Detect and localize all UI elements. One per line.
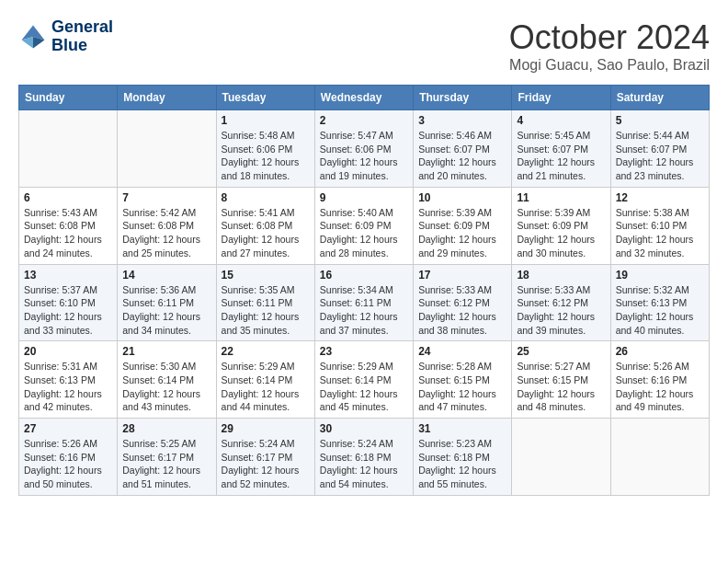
calendar-cell: 21Sunrise: 5:30 AMSunset: 6:14 PMDayligh… <box>118 341 216 419</box>
calendar-cell: 27Sunrise: 5:26 AMSunset: 6:16 PMDayligh… <box>19 419 118 496</box>
calendar-cell: 30Sunrise: 5:24 AMSunset: 6:18 PMDayligh… <box>314 419 413 496</box>
location: Mogi Guacu, Sao Paulo, Brazil <box>509 57 710 74</box>
calendar-cell: 11Sunrise: 5:39 AMSunset: 6:09 PMDayligh… <box>512 187 610 264</box>
day-info: Sunrise: 5:47 AMSunset: 6:06 PMDaylight:… <box>320 129 408 183</box>
calendar-cell: 15Sunrise: 5:35 AMSunset: 6:11 PMDayligh… <box>216 264 314 341</box>
calendar-cell: 22Sunrise: 5:29 AMSunset: 6:14 PMDayligh… <box>216 341 314 419</box>
day-number: 30 <box>320 422 408 435</box>
calendar-cell <box>118 110 216 188</box>
day-number: 31 <box>418 422 506 435</box>
day-info: Sunrise: 5:27 AMSunset: 6:15 PMDaylight:… <box>517 360 605 414</box>
day-number: 6 <box>24 191 112 204</box>
day-info: Sunrise: 5:24 AMSunset: 6:18 PMDaylight:… <box>320 437 408 491</box>
logo-text: General Blue <box>51 18 113 55</box>
calendar-cell <box>512 419 610 496</box>
day-number: 15 <box>222 269 310 282</box>
calendar-cell: 14Sunrise: 5:36 AMSunset: 6:11 PMDayligh… <box>118 264 216 341</box>
day-number: 1 <box>222 114 310 127</box>
calendar-cell: 5Sunrise: 5:44 AMSunset: 6:07 PMDaylight… <box>610 110 709 188</box>
col-header-thursday: Thursday <box>414 86 512 110</box>
day-number: 21 <box>122 345 210 358</box>
day-number: 20 <box>24 345 112 358</box>
day-number: 29 <box>222 422 310 435</box>
day-number: 27 <box>24 422 112 435</box>
day-info: Sunrise: 5:32 AMSunset: 6:13 PMDaylight:… <box>616 283 704 338</box>
day-info: Sunrise: 5:37 AMSunset: 6:10 PMDaylight:… <box>24 283 112 338</box>
day-number: 26 <box>616 345 704 358</box>
day-number: 10 <box>418 191 506 204</box>
week-row-4: 20Sunrise: 5:31 AMSunset: 6:13 PMDayligh… <box>19 341 710 419</box>
day-number: 13 <box>24 269 112 282</box>
day-info: Sunrise: 5:28 AMSunset: 6:15 PMDaylight:… <box>418 360 506 414</box>
day-info: Sunrise: 5:35 AMSunset: 6:11 PMDaylight:… <box>222 283 310 338</box>
day-number: 8 <box>222 191 310 204</box>
week-row-2: 6Sunrise: 5:43 AMSunset: 6:08 PMDaylight… <box>19 187 710 264</box>
week-row-1: 1Sunrise: 5:48 AMSunset: 6:06 PMDaylight… <box>19 110 710 188</box>
day-number: 16 <box>320 269 408 282</box>
calendar-cell: 1Sunrise: 5:48 AMSunset: 6:06 PMDaylight… <box>216 110 314 188</box>
calendar-cell: 10Sunrise: 5:39 AMSunset: 6:09 PMDayligh… <box>414 187 512 264</box>
month-title: October 2024 <box>509 18 710 57</box>
day-number: 4 <box>517 114 605 127</box>
calendar-cell: 24Sunrise: 5:28 AMSunset: 6:15 PMDayligh… <box>414 341 512 419</box>
day-number: 9 <box>320 191 408 204</box>
day-info: Sunrise: 5:30 AMSunset: 6:14 PMDaylight:… <box>122 360 210 414</box>
day-info: Sunrise: 5:26 AMSunset: 6:16 PMDaylight:… <box>616 360 704 414</box>
calendar-cell: 17Sunrise: 5:33 AMSunset: 6:12 PMDayligh… <box>414 264 512 341</box>
day-number: 19 <box>616 269 704 282</box>
day-number: 18 <box>517 269 605 282</box>
day-info: Sunrise: 5:48 AMSunset: 6:06 PMDaylight:… <box>222 129 310 183</box>
col-header-wednesday: Wednesday <box>314 86 413 110</box>
logo-icon <box>18 22 48 52</box>
day-info: Sunrise: 5:41 AMSunset: 6:08 PMDaylight:… <box>222 206 310 260</box>
title-block: October 2024 Mogi Guacu, Sao Paulo, Braz… <box>509 18 710 74</box>
day-info: Sunrise: 5:38 AMSunset: 6:10 PMDaylight:… <box>616 206 704 260</box>
calendar-cell: 16Sunrise: 5:34 AMSunset: 6:11 PMDayligh… <box>314 264 413 341</box>
day-number: 28 <box>122 422 210 435</box>
day-info: Sunrise: 5:29 AMSunset: 6:14 PMDaylight:… <box>320 360 408 414</box>
day-number: 5 <box>616 114 704 127</box>
calendar-cell: 7Sunrise: 5:42 AMSunset: 6:08 PMDaylight… <box>118 187 216 264</box>
day-info: Sunrise: 5:42 AMSunset: 6:08 PMDaylight:… <box>122 206 210 260</box>
col-header-sunday: Sunday <box>19 86 118 110</box>
calendar-cell: 2Sunrise: 5:47 AMSunset: 6:06 PMDaylight… <box>314 110 413 188</box>
day-info: Sunrise: 5:33 AMSunset: 6:12 PMDaylight:… <box>517 283 605 338</box>
day-info: Sunrise: 5:31 AMSunset: 6:13 PMDaylight:… <box>24 360 112 414</box>
day-info: Sunrise: 5:34 AMSunset: 6:11 PMDaylight:… <box>320 283 408 338</box>
calendar-cell: 28Sunrise: 5:25 AMSunset: 6:17 PMDayligh… <box>118 419 216 496</box>
calendar-cell: 29Sunrise: 5:24 AMSunset: 6:17 PMDayligh… <box>216 419 314 496</box>
day-number: 12 <box>616 191 704 204</box>
week-row-5: 27Sunrise: 5:26 AMSunset: 6:16 PMDayligh… <box>19 419 710 496</box>
day-number: 3 <box>418 114 506 127</box>
calendar-cell: 9Sunrise: 5:40 AMSunset: 6:09 PMDaylight… <box>314 187 413 264</box>
calendar-cell <box>19 110 118 188</box>
day-info: Sunrise: 5:33 AMSunset: 6:12 PMDaylight:… <box>418 283 506 338</box>
day-number: 7 <box>122 191 210 204</box>
calendar-cell: 13Sunrise: 5:37 AMSunset: 6:10 PMDayligh… <box>19 264 118 341</box>
calendar-cell: 25Sunrise: 5:27 AMSunset: 6:15 PMDayligh… <box>512 341 610 419</box>
header-row: SundayMondayTuesdayWednesdayThursdayFrid… <box>19 86 710 110</box>
week-row-3: 13Sunrise: 5:37 AMSunset: 6:10 PMDayligh… <box>19 264 710 341</box>
calendar-cell: 6Sunrise: 5:43 AMSunset: 6:08 PMDaylight… <box>19 187 118 264</box>
day-number: 17 <box>418 269 506 282</box>
calendar-cell: 19Sunrise: 5:32 AMSunset: 6:13 PMDayligh… <box>610 264 709 341</box>
day-info: Sunrise: 5:40 AMSunset: 6:09 PMDaylight:… <box>320 206 408 260</box>
day-info: Sunrise: 5:25 AMSunset: 6:17 PMDaylight:… <box>122 437 210 491</box>
day-number: 23 <box>320 345 408 358</box>
day-number: 2 <box>320 114 408 127</box>
day-info: Sunrise: 5:26 AMSunset: 6:16 PMDaylight:… <box>24 437 112 491</box>
day-info: Sunrise: 5:46 AMSunset: 6:07 PMDaylight:… <box>418 129 506 183</box>
day-info: Sunrise: 5:44 AMSunset: 6:07 PMDaylight:… <box>616 129 704 183</box>
day-number: 22 <box>222 345 310 358</box>
day-number: 11 <box>517 191 605 204</box>
calendar-cell: 8Sunrise: 5:41 AMSunset: 6:08 PMDaylight… <box>216 187 314 264</box>
calendar-cell: 20Sunrise: 5:31 AMSunset: 6:13 PMDayligh… <box>19 341 118 419</box>
calendar-cell: 12Sunrise: 5:38 AMSunset: 6:10 PMDayligh… <box>610 187 709 264</box>
calendar-cell: 26Sunrise: 5:26 AMSunset: 6:16 PMDayligh… <box>610 341 709 419</box>
day-info: Sunrise: 5:23 AMSunset: 6:18 PMDaylight:… <box>418 437 506 491</box>
logo-line1: General <box>51 18 113 37</box>
calendar-cell: 3Sunrise: 5:46 AMSunset: 6:07 PMDaylight… <box>414 110 512 188</box>
calendar-cell: 18Sunrise: 5:33 AMSunset: 6:12 PMDayligh… <box>512 264 610 341</box>
day-info: Sunrise: 5:43 AMSunset: 6:08 PMDaylight:… <box>24 206 112 260</box>
page: General Blue October 2024 Mogi Guacu, Sa… <box>0 0 728 505</box>
